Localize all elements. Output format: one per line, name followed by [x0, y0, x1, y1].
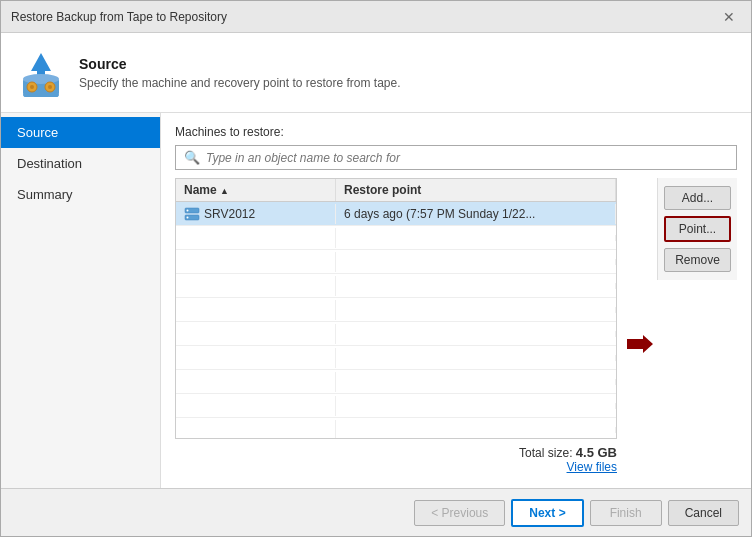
remove-button[interactable]: Remove: [664, 248, 731, 272]
sidebar: Source Destination Summary: [1, 113, 161, 488]
column-restore-point[interactable]: Restore point: [336, 179, 616, 201]
svg-marker-12: [627, 335, 653, 353]
total-size-area: Total size: 4.5 GB View files: [175, 439, 617, 476]
cell-name: SRV2012: [176, 204, 336, 224]
arrow-indicator: [625, 333, 655, 358]
cancel-button[interactable]: Cancel: [668, 500, 739, 526]
total-size-label: Total size:: [519, 446, 572, 460]
header-title: Source: [79, 56, 401, 72]
header-area: Source Specify the machine and recovery …: [1, 33, 751, 113]
table-row[interactable]: SRV2012 6 days ago (7:57 PM Sunday 1/22.…: [176, 202, 616, 226]
header-text: Source Specify the machine and recovery …: [79, 56, 401, 90]
sidebar-item-source[interactable]: Source: [1, 117, 160, 148]
table-row[interactable]: [176, 370, 616, 394]
main-window: Restore Backup from Tape to Repository ✕…: [0, 0, 752, 537]
table-row[interactable]: [176, 226, 616, 250]
previous-button[interactable]: < Previous: [414, 500, 505, 526]
search-box: 🔍: [175, 145, 737, 170]
table-row[interactable]: [176, 394, 616, 418]
cell-restore-point: 6 days ago (7:57 PM Sunday 1/22...: [336, 204, 616, 224]
table-header: Name Restore point: [176, 179, 616, 202]
table-row[interactable]: [176, 250, 616, 274]
content-area: Source Destination Summary Machines to r…: [1, 113, 751, 488]
table-row[interactable]: [176, 418, 616, 438]
next-button[interactable]: Next >: [511, 499, 583, 527]
svg-point-11: [187, 216, 189, 218]
svg-point-2: [23, 74, 59, 84]
svg-point-7: [48, 85, 52, 89]
table-row[interactable]: [176, 274, 616, 298]
table-row[interactable]: [176, 322, 616, 346]
server-icon: [184, 207, 200, 221]
main-panel: Machines to restore: 🔍 Name: [161, 113, 751, 488]
table-row[interactable]: [176, 346, 616, 370]
svg-point-10: [187, 209, 189, 211]
point-arrow-icon: [625, 333, 655, 355]
table-row[interactable]: [176, 298, 616, 322]
window-title: Restore Backup from Tape to Repository: [11, 10, 227, 24]
search-input[interactable]: [206, 151, 728, 165]
search-icon: 🔍: [184, 150, 200, 165]
view-files-link[interactable]: View files: [567, 460, 617, 474]
point-button[interactable]: Point...: [664, 216, 731, 242]
column-name[interactable]: Name: [176, 179, 336, 201]
table-body: SRV2012 6 days ago (7:57 PM Sunday 1/22.…: [176, 202, 616, 438]
side-buttons: Add... Point... Remove: [657, 178, 737, 280]
sidebar-item-summary[interactable]: Summary: [1, 179, 160, 210]
footer: < Previous Next > Finish Cancel: [1, 488, 751, 536]
header-icon: [17, 49, 65, 97]
add-button[interactable]: Add...: [664, 186, 731, 210]
finish-button[interactable]: Finish: [590, 500, 662, 526]
header-description: Specify the machine and recovery point t…: [79, 76, 401, 90]
sidebar-item-destination[interactable]: Destination: [1, 148, 160, 179]
svg-point-6: [30, 85, 34, 89]
title-bar: Restore Backup from Tape to Repository ✕: [1, 1, 751, 33]
total-size-value: 4.5 GB: [576, 445, 617, 460]
close-button[interactable]: ✕: [717, 7, 741, 27]
machines-table: Name Restore point: [175, 178, 617, 439]
machines-label: Machines to restore:: [175, 125, 737, 139]
